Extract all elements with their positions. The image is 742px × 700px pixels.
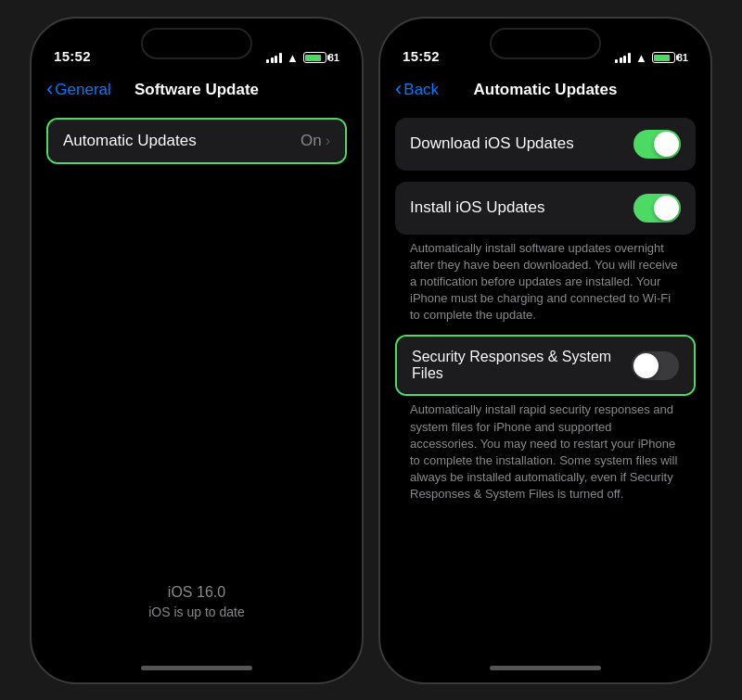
- install-ios-label: Install iOS Updates: [410, 198, 633, 217]
- automatic-updates-label: Automatic Updates: [63, 132, 301, 150]
- ios-version: iOS 16.0: [46, 584, 347, 601]
- battery-icon-right: 81: [652, 52, 688, 63]
- install-ios-row[interactable]: Install iOS Updates: [395, 182, 696, 235]
- automatic-updates-value: On: [301, 132, 322, 150]
- battery-icon: 81: [303, 52, 339, 63]
- download-ios-row[interactable]: Download iOS Updates: [395, 118, 696, 171]
- automatic-updates-group: Automatic Updates On ›: [48, 120, 345, 162]
- wifi-icon: ▲: [287, 52, 299, 64]
- left-phone: 15:52 ▲ 81 ‹ General Software Update Au: [30, 17, 364, 684]
- security-responses-highlight: Security Responses & System Files: [395, 335, 696, 396]
- install-ios-toggle[interactable]: [633, 194, 681, 223]
- home-bar-right: [490, 666, 601, 670]
- install-ios-description: Automatically install software updates o…: [395, 235, 696, 336]
- download-ios-toggle[interactable]: [633, 130, 681, 159]
- right-phone: 15:52 ▲ 81 ‹ Back Automatic Updates Down…: [378, 17, 712, 684]
- automatic-updates-row[interactable]: Automatic Updates On ›: [48, 120, 345, 162]
- dynamic-island: [141, 28, 252, 59]
- nav-bar-left: ‹ General Software Update: [32, 70, 362, 110]
- ios-status: iOS is up to date: [46, 605, 347, 619]
- nav-bar-right: ‹ Back Automatic Updates: [380, 70, 710, 110]
- dynamic-island-right: [490, 28, 601, 59]
- install-ios-toggle-thumb: [654, 196, 679, 221]
- back-label-left: General: [55, 81, 110, 99]
- security-responses-group: Security Responses & System Files: [397, 337, 694, 394]
- home-bar-left: [141, 666, 252, 670]
- time-right: 15:52: [403, 48, 440, 64]
- security-responses-description: Automatically install rapid security res…: [395, 396, 696, 514]
- security-responses-toggle-thumb: [633, 353, 659, 378]
- automatic-updates-highlight: Automatic Updates On ›: [46, 118, 347, 164]
- ios-info: iOS 16.0 iOS is up to date: [46, 566, 347, 647]
- download-ios-group: Download iOS Updates: [395, 118, 696, 171]
- time-left: 15:52: [54, 48, 91, 64]
- status-icons-left: ▲ 81: [266, 52, 339, 64]
- nav-title-left: Software Update: [134, 81, 259, 99]
- screen-content-left: Automatic Updates On › iOS 16.0 iOS is u…: [32, 110, 362, 655]
- home-indicator-right: [380, 655, 710, 682]
- screen-content-right: Download iOS Updates Install iOS Updates…: [380, 110, 710, 655]
- install-ios-group: Install iOS Updates: [395, 182, 696, 235]
- nav-title-right: Automatic Updates: [474, 81, 618, 99]
- security-responses-label: Security Responses & System Files: [412, 349, 632, 382]
- download-ios-toggle-thumb: [654, 132, 679, 157]
- back-chevron-left: ‹: [46, 79, 53, 99]
- home-indicator-left: [32, 655, 362, 682]
- wifi-icon-right: ▲: [635, 52, 647, 64]
- automatic-updates-chevron: ›: [326, 133, 330, 149]
- download-ios-label: Download iOS Updates: [410, 134, 633, 153]
- back-chevron-right: ‹: [395, 79, 402, 99]
- back-button-left[interactable]: ‹ General: [46, 80, 111, 99]
- back-button-right[interactable]: ‹ Back: [395, 80, 439, 99]
- status-icons-right: ▲ 81: [615, 52, 688, 64]
- signal-icon: [266, 53, 282, 63]
- signal-icon-right: [615, 53, 631, 63]
- back-label-right: Back: [403, 81, 439, 99]
- security-responses-row[interactable]: Security Responses & System Files: [397, 337, 694, 394]
- security-responses-toggle[interactable]: [632, 351, 679, 380]
